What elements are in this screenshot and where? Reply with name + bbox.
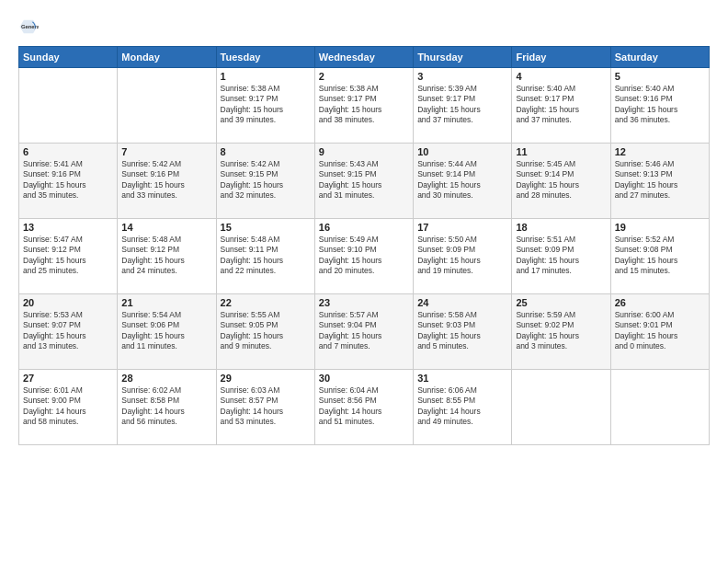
day-cell: 20Sunrise: 5:53 AM Sunset: 9:07 PM Dayli… [19,294,118,370]
day-cell: 26Sunrise: 6:00 AM Sunset: 9:01 PM Dayli… [610,294,709,370]
day-info: Sunrise: 5:52 AM Sunset: 9:08 PM Dayligh… [615,235,705,277]
page: General SundayMondayTuesdayWednesdayThur… [0,0,728,563]
day-cell: 24Sunrise: 5:58 AM Sunset: 9:03 PM Dayli… [414,294,512,370]
day-info: Sunrise: 6:00 AM Sunset: 9:01 PM Dayligh… [615,310,705,352]
weekday-header-monday: Monday [118,47,216,68]
day-cell: 28Sunrise: 6:02 AM Sunset: 8:58 PM Dayli… [118,370,216,445]
day-info: Sunrise: 5:41 AM Sunset: 9:16 PM Dayligh… [23,159,113,201]
day-cell: 27Sunrise: 6:01 AM Sunset: 9:00 PM Dayli… [19,370,118,445]
day-cell [19,68,118,144]
day-cell: 6Sunrise: 5:41 AM Sunset: 9:16 PM Daylig… [19,144,118,219]
day-cell [512,370,610,445]
day-number: 8 [221,146,311,157]
day-number: 15 [221,222,311,233]
day-info: Sunrise: 5:49 AM Sunset: 9:10 PM Dayligh… [319,235,409,277]
day-number: 10 [417,146,507,157]
day-info: Sunrise: 5:45 AM Sunset: 9:14 PM Dayligh… [516,159,606,201]
header: General [18,17,710,37]
day-info: Sunrise: 5:48 AM Sunset: 9:11 PM Dayligh… [221,235,311,277]
day-cell: 8Sunrise: 5:42 AM Sunset: 9:15 PM Daylig… [216,144,314,219]
day-number: 14 [121,222,211,233]
day-cell: 15Sunrise: 5:48 AM Sunset: 9:11 PM Dayli… [216,219,314,294]
day-number: 29 [221,373,311,384]
day-cell: 22Sunrise: 5:55 AM Sunset: 9:05 PM Dayli… [216,294,314,370]
day-info: Sunrise: 6:03 AM Sunset: 8:57 PM Dayligh… [221,385,311,428]
day-number: 3 [417,71,507,82]
day-info: Sunrise: 5:40 AM Sunset: 9:17 PM Dayligh… [516,84,606,126]
day-info: Sunrise: 5:54 AM Sunset: 9:06 PM Dayligh… [121,310,211,352]
day-number: 16 [319,222,409,233]
day-number: 6 [23,146,113,157]
day-info: Sunrise: 6:04 AM Sunset: 8:56 PM Dayligh… [319,385,409,428]
logo: General [18,17,40,37]
day-info: Sunrise: 5:38 AM Sunset: 9:17 PM Dayligh… [221,84,311,126]
day-info: Sunrise: 5:42 AM Sunset: 9:16 PM Dayligh… [121,159,211,201]
day-info: Sunrise: 5:55 AM Sunset: 9:05 PM Dayligh… [221,310,311,352]
day-number: 20 [23,297,113,308]
day-cell: 31Sunrise: 6:06 AM Sunset: 8:55 PM Dayli… [414,370,512,445]
day-cell: 10Sunrise: 5:44 AM Sunset: 9:14 PM Dayli… [414,144,512,219]
day-info: Sunrise: 5:44 AM Sunset: 9:14 PM Dayligh… [417,159,507,201]
weekday-header-row: SundayMondayTuesdayWednesdayThursdayFrid… [19,47,710,68]
day-number: 4 [516,71,606,82]
day-cell: 4Sunrise: 5:40 AM Sunset: 9:17 PM Daylig… [512,68,610,144]
day-cell: 13Sunrise: 5:47 AM Sunset: 9:12 PM Dayli… [19,219,118,294]
day-number: 5 [615,71,705,82]
day-info: Sunrise: 5:39 AM Sunset: 9:17 PM Dayligh… [417,84,507,126]
day-number: 26 [615,297,705,308]
weekday-header-sunday: Sunday [19,47,118,68]
day-number: 24 [417,297,507,308]
day-cell: 14Sunrise: 5:48 AM Sunset: 9:12 PM Dayli… [118,219,216,294]
day-number: 23 [319,297,409,308]
svg-text:General: General [21,24,39,29]
day-cell: 19Sunrise: 5:52 AM Sunset: 9:08 PM Dayli… [610,219,709,294]
day-cell [118,68,216,144]
day-info: Sunrise: 6:01 AM Sunset: 9:00 PM Dayligh… [23,385,113,428]
day-info: Sunrise: 6:02 AM Sunset: 8:58 PM Dayligh… [121,385,211,428]
day-number: 11 [516,146,606,157]
day-cell: 23Sunrise: 5:57 AM Sunset: 9:04 PM Dayli… [314,294,413,370]
day-number: 31 [417,373,507,384]
day-number: 27 [23,373,113,384]
day-info: Sunrise: 5:57 AM Sunset: 9:04 PM Dayligh… [319,310,409,352]
day-number: 13 [23,222,113,233]
day-info: Sunrise: 5:53 AM Sunset: 9:07 PM Dayligh… [23,310,113,352]
day-info: Sunrise: 5:46 AM Sunset: 9:13 PM Dayligh… [615,159,705,201]
day-info: Sunrise: 5:58 AM Sunset: 9:03 PM Dayligh… [417,310,507,352]
day-cell: 29Sunrise: 6:03 AM Sunset: 8:57 PM Dayli… [216,370,314,445]
week-row-4: 20Sunrise: 5:53 AM Sunset: 9:07 PM Dayli… [19,294,710,370]
day-cell: 18Sunrise: 5:51 AM Sunset: 9:09 PM Dayli… [512,219,610,294]
day-info: Sunrise: 5:40 AM Sunset: 9:16 PM Dayligh… [615,84,705,126]
day-cell: 16Sunrise: 5:49 AM Sunset: 9:10 PM Dayli… [314,219,413,294]
weekday-header-saturday: Saturday [610,47,709,68]
day-number: 25 [516,297,606,308]
day-cell: 30Sunrise: 6:04 AM Sunset: 8:56 PM Dayli… [314,370,413,445]
week-row-1: 1Sunrise: 5:38 AM Sunset: 9:17 PM Daylig… [19,68,710,144]
day-cell: 11Sunrise: 5:45 AM Sunset: 9:14 PM Dayli… [512,144,610,219]
day-number: 28 [121,373,211,384]
day-info: Sunrise: 5:42 AM Sunset: 9:15 PM Dayligh… [221,159,311,201]
day-number: 7 [121,146,211,157]
day-info: Sunrise: 5:59 AM Sunset: 9:02 PM Dayligh… [516,310,606,352]
week-row-3: 13Sunrise: 5:47 AM Sunset: 9:12 PM Dayli… [19,219,710,294]
day-cell: 12Sunrise: 5:46 AM Sunset: 9:13 PM Dayli… [610,144,709,219]
week-row-2: 6Sunrise: 5:41 AM Sunset: 9:16 PM Daylig… [19,144,710,219]
day-info: Sunrise: 6:06 AM Sunset: 8:55 PM Dayligh… [417,385,507,428]
day-number: 1 [221,71,311,82]
day-number: 30 [319,373,409,384]
day-number: 18 [516,222,606,233]
day-cell: 17Sunrise: 5:50 AM Sunset: 9:09 PM Dayli… [414,219,512,294]
logo-icon: General [18,17,39,37]
day-cell: 9Sunrise: 5:43 AM Sunset: 9:15 PM Daylig… [314,144,413,219]
day-info: Sunrise: 5:43 AM Sunset: 9:15 PM Dayligh… [319,159,409,201]
day-cell: 25Sunrise: 5:59 AM Sunset: 9:02 PM Dayli… [512,294,610,370]
day-cell: 1Sunrise: 5:38 AM Sunset: 9:17 PM Daylig… [216,68,314,144]
day-number: 12 [615,146,705,157]
day-info: Sunrise: 5:51 AM Sunset: 9:09 PM Dayligh… [516,235,606,277]
day-cell: 7Sunrise: 5:42 AM Sunset: 9:16 PM Daylig… [118,144,216,219]
day-info: Sunrise: 5:38 AM Sunset: 9:17 PM Dayligh… [319,84,409,126]
day-number: 2 [319,71,409,82]
day-cell: 3Sunrise: 5:39 AM Sunset: 9:17 PM Daylig… [414,68,512,144]
weekday-header-wednesday: Wednesday [314,47,413,68]
day-number: 17 [417,222,507,233]
